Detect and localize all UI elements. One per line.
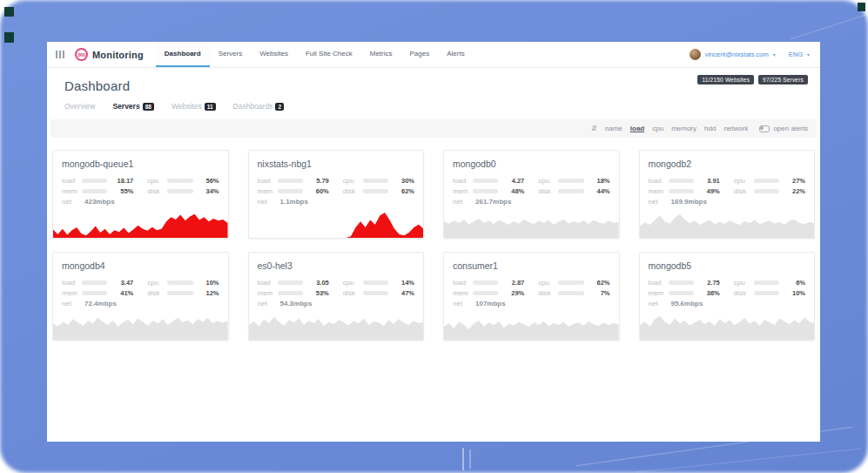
avatar[interactable]: [690, 49, 701, 60]
chevron-down-icon: ▾: [807, 51, 810, 57]
nav-item-metrics[interactable]: Metrics: [361, 42, 401, 67]
mem-metric: mem 41%: [62, 289, 133, 297]
subtab-label: Websites: [172, 102, 202, 111]
sort-filter-bar: ⇵ nameloadcpumemoryhddnetwork open alert…: [50, 119, 817, 138]
net-metric: net 169.9mbps: [649, 198, 806, 206]
server-card[interactable]: consumer1 load 2.87 cpu 62% mem 29% disk: [443, 252, 620, 341]
nav-item-pages[interactable]: Pages: [401, 42, 439, 67]
subtab-overview[interactable]: Overview: [64, 102, 95, 111]
subtab-dashboards[interactable]: Dashboards 2: [233, 102, 284, 111]
status-badge[interactable]: 97/225 Servers: [758, 75, 808, 84]
disk-bar: [363, 189, 388, 193]
load-metric: load 3.47: [62, 279, 133, 287]
net-metric: net 54.3mbps: [258, 300, 415, 307]
server-card[interactable]: mongodb0 load 4.27 cpu 18% mem 48% disk: [443, 150, 620, 239]
server-name: es0-hel3: [258, 260, 415, 271]
brand-name: Monitoring: [92, 50, 144, 60]
sort-options: nameloadcpumemoryhddnetwork: [605, 125, 749, 132]
server-name: mongodb4: [62, 260, 219, 271]
server-card[interactable]: nixstats-nbg1 load 5.79 cpu 30% mem 60% …: [248, 150, 425, 239]
sort-icon[interactable]: ⇵: [591, 125, 597, 132]
cpu-bar: [167, 179, 192, 183]
top-navigation-bar: 360 Monitoring DashboardServersWebsitesF…: [47, 42, 820, 68]
usage-sparkline: [53, 208, 228, 238]
header-count-badges: 11/2150 Websites97/225 Servers: [697, 75, 808, 84]
open-alerts-toggle[interactable]: open alerts: [759, 125, 808, 132]
net-metric: net 95.6mbps: [649, 300, 806, 307]
disk-metric: disk 44%: [538, 187, 609, 195]
usage-sparkline: [444, 310, 619, 340]
sort-option-hdd[interactable]: hdd: [704, 125, 716, 132]
disk-metric: disk 47%: [343, 289, 414, 297]
disk-bar: [558, 291, 583, 295]
sort-option-cpu[interactable]: cpu: [652, 125, 663, 132]
sort-option-load[interactable]: load: [630, 125, 644, 132]
subtab-label: Servers: [112, 102, 139, 111]
load-bar: [473, 280, 498, 285]
disk-metric: disk 12%: [147, 289, 219, 297]
apps-grid-icon[interactable]: [52, 48, 68, 61]
nav-item-websites[interactable]: Websites: [251, 42, 297, 67]
mem-metric: mem 55%: [62, 187, 133, 195]
load-bar: [278, 280, 303, 285]
subtab-websites[interactable]: Websites 11: [172, 102, 216, 111]
subtab-label: Dashboards: [233, 102, 273, 111]
server-name: mongodb5: [649, 260, 806, 271]
sort-option-name[interactable]: name: [605, 125, 622, 132]
language-dropdown[interactable]: ENG: [789, 51, 803, 58]
mem-bar: [82, 189, 107, 193]
nav-item-alerts[interactable]: Alerts: [438, 42, 473, 67]
load-bar: [669, 179, 694, 183]
subtab-servers[interactable]: Servers 88: [112, 102, 153, 111]
server-card[interactable]: mongodb5 load 2.75 cpu 6% mem 36% disk: [639, 252, 816, 341]
status-badge[interactable]: 11/2150 Websites: [697, 75, 754, 84]
decorative-square: [4, 7, 14, 17]
load-metric: load 3.05: [258, 279, 329, 287]
mem-bar: [278, 291, 303, 295]
cpu-bar: [363, 280, 388, 285]
load-bar: [82, 179, 107, 183]
mem-bar: [669, 189, 694, 193]
net-metric: net 107mbps: [453, 300, 610, 307]
cpu-bar: [558, 280, 583, 285]
load-bar: [278, 179, 303, 183]
cpu-metric: cpu 14%: [343, 279, 414, 287]
server-name: mongodb-queue1: [62, 159, 219, 169]
nav-item-full-site-check[interactable]: Full Site Check: [297, 42, 361, 67]
cpu-metric: cpu 10%: [147, 279, 219, 287]
cpu-metric: cpu 6%: [734, 279, 805, 287]
server-card[interactable]: mongodb2 load 3.91 cpu 27% mem 49% disk: [639, 150, 816, 239]
canvas: 360 Monitoring DashboardServersWebsitesF…: [0, 0, 868, 473]
sort-option-memory[interactable]: memory: [671, 125, 696, 132]
decorative-square: [4, 32, 14, 43]
disk-bar: [754, 291, 779, 295]
cpu-metric: cpu 56%: [147, 177, 219, 185]
brand-logo[interactable]: 360 Monitoring: [75, 48, 144, 61]
server-name: mongodb2: [649, 159, 806, 169]
load-metric: load 18.17: [62, 177, 133, 185]
net-metric: net 1.1mbps: [258, 198, 415, 206]
cpu-bar: [754, 280, 779, 285]
mem-metric: mem 60%: [258, 187, 329, 195]
user-email-dropdown[interactable]: vincent@nixstats.com: [705, 51, 769, 58]
usage-sparkline: [444, 208, 619, 238]
mem-metric: mem 36%: [649, 289, 720, 297]
net-metric: net 72.4mbps: [62, 300, 219, 307]
server-card[interactable]: mongodb4 load 3.47 cpu 10% mem 41% disk: [52, 252, 229, 341]
disk-bar: [558, 189, 583, 193]
nav-item-servers[interactable]: Servers: [210, 42, 252, 67]
usage-sparkline: [640, 310, 815, 340]
server-card[interactable]: mongodb-queue1 load 18.17 cpu 56% mem 55…: [52, 150, 229, 239]
server-card[interactable]: es0-hel3 load 3.05 cpu 14% mem 53% disk: [248, 252, 425, 341]
sort-option-network[interactable]: network: [723, 125, 748, 132]
cpu-bar: [167, 280, 192, 285]
mem-bar: [473, 189, 498, 193]
nav-item-dashboard[interactable]: Dashboard: [156, 42, 210, 67]
server-name: mongodb0: [453, 159, 610, 169]
mem-metric: mem 49%: [649, 187, 720, 195]
cpu-metric: cpu 62%: [538, 279, 609, 287]
title-row: Dashboard 11/2150 Websites97/225 Servers: [47, 68, 820, 93]
open-alerts-label: open alerts: [773, 125, 808, 132]
disk-bar: [167, 189, 192, 193]
load-metric: load 3.91: [649, 177, 720, 185]
